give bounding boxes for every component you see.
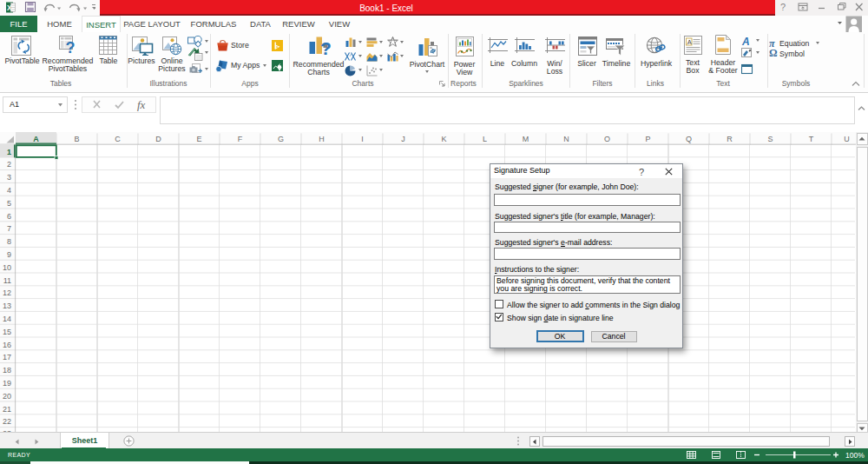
svg-text:A: A <box>687 38 692 46</box>
svg-text:?: ? <box>66 39 76 55</box>
svg-text:4: 4 <box>7 186 11 195</box>
svg-text:17: 17 <box>3 353 11 361</box>
svg-text:A: A <box>741 36 750 48</box>
svg-text:S: S <box>767 135 773 143</box>
svg-text:I: I <box>361 135 364 143</box>
svg-text:21: 21 <box>3 405 11 414</box>
svg-text:11: 11 <box>3 276 11 285</box>
svg-text:18: 18 <box>3 366 11 375</box>
svg-text:12: 12 <box>3 288 11 297</box>
svg-text:O: O <box>604 135 610 143</box>
svg-text:B: B <box>74 135 79 143</box>
svg-text:5: 5 <box>7 199 11 208</box>
svg-text:G: G <box>278 135 284 143</box>
svg-text:A: A <box>33 135 39 143</box>
svg-text:13: 13 <box>3 302 11 310</box>
svg-text:7: 7 <box>7 224 11 233</box>
svg-text:2: 2 <box>7 160 11 169</box>
svg-text:22: 22 <box>3 417 11 426</box>
svg-text:F: F <box>238 135 243 143</box>
svg-text:X: X <box>7 3 12 12</box>
svg-text:E: E <box>196 135 201 143</box>
svg-text:D: D <box>155 135 161 143</box>
svg-text:16: 16 <box>3 341 11 349</box>
svg-text:N: N <box>563 135 569 143</box>
svg-text:20: 20 <box>3 392 11 401</box>
svg-text:6: 6 <box>7 212 11 221</box>
svg-text:K: K <box>441 135 446 143</box>
svg-text:?: ? <box>780 2 786 12</box>
svg-text:19: 19 <box>3 379 11 388</box>
svg-text:L: L <box>483 135 487 143</box>
svg-text:14: 14 <box>3 315 11 323</box>
svg-text:1: 1 <box>7 148 11 156</box>
svg-text:C: C <box>115 135 121 143</box>
svg-text:?: ? <box>320 38 332 58</box>
svg-text:T: T <box>809 135 814 143</box>
svg-text:Q: Q <box>686 135 692 143</box>
svg-text:8: 8 <box>7 237 11 246</box>
svg-text:J: J <box>401 135 405 143</box>
svg-text:fx: fx <box>137 98 146 111</box>
svg-text:M: M <box>523 135 529 143</box>
svg-text:P: P <box>645 135 650 143</box>
svg-text:H: H <box>319 135 325 143</box>
svg-text:3: 3 <box>7 173 11 182</box>
svg-text:R: R <box>727 135 733 143</box>
svg-text:9: 9 <box>7 250 11 259</box>
svg-text:U: U <box>844 135 850 143</box>
svg-text:15: 15 <box>3 328 11 336</box>
svg-text:10: 10 <box>3 263 11 272</box>
